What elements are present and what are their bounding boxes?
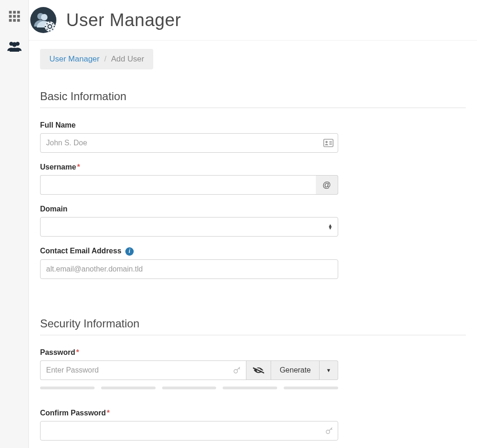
contact-email-input[interactable] — [40, 259, 338, 279]
svg-rect-6 — [9, 19, 12, 22]
svg-rect-8 — [17, 19, 20, 22]
svg-rect-2 — [17, 11, 20, 14]
password-input[interactable] — [40, 360, 246, 380]
section-security-title: Security Information — [40, 317, 466, 335]
strength-bar — [223, 387, 277, 389]
svg-line-22 — [52, 29, 53, 30]
generate-password-button[interactable]: Generate — [271, 360, 320, 380]
breadcrumb-current: Add User — [111, 54, 144, 64]
full-name-input[interactable] — [40, 133, 338, 153]
section-basic-title: Basic Information — [40, 90, 466, 108]
svg-point-15 — [45, 21, 55, 32]
svg-line-23 — [52, 23, 53, 24]
svg-rect-4 — [13, 15, 16, 18]
required-asterisk: * — [107, 409, 109, 417]
required-asterisk: * — [76, 348, 79, 356]
password-strength-meter — [40, 387, 338, 389]
required-asterisk: * — [77, 163, 80, 171]
username-label: Username* — [40, 163, 338, 171]
svg-rect-7 — [13, 19, 16, 22]
svg-point-11 — [12, 42, 16, 47]
username-at-addon: @ — [316, 175, 338, 195]
left-sidebar — [0, 0, 29, 448]
domain-label: Domain — [40, 205, 338, 213]
breadcrumb: User Manager / Add User — [40, 49, 153, 69]
strength-bar — [101, 387, 156, 389]
svg-rect-1 — [13, 11, 16, 14]
username-input[interactable] — [40, 175, 316, 195]
generate-options-dropdown-button[interactable]: ▼ — [320, 360, 338, 380]
svg-line-24 — [47, 29, 48, 30]
domain-select[interactable] — [40, 217, 338, 237]
svg-line-21 — [47, 23, 48, 24]
svg-rect-5 — [17, 15, 20, 18]
svg-point-14 — [41, 14, 48, 20]
breadcrumb-separator: / — [104, 54, 107, 64]
info-icon[interactable]: i — [125, 247, 134, 256]
svg-rect-3 — [9, 15, 12, 18]
svg-rect-0 — [9, 11, 12, 14]
page-header: User Manager — [29, 0, 477, 41]
eye-off-icon — [253, 366, 264, 375]
password-label: Password* — [40, 348, 466, 357]
users-icon[interactable] — [7, 38, 22, 54]
apps-grid-icon[interactable] — [7, 8, 22, 24]
full-name-label: Full Name — [40, 121, 338, 129]
confirm-password-label: Confirm Password* — [40, 409, 338, 417]
contact-email-label: Contact Email Address i — [40, 247, 338, 256]
user-manager-app-icon — [29, 6, 58, 34]
strength-bar — [162, 387, 217, 389]
toggle-password-visibility-button[interactable] — [246, 360, 271, 380]
caret-down-icon: ▼ — [326, 367, 331, 373]
page-title: User Manager — [66, 10, 181, 30]
strength-bar — [284, 387, 338, 389]
breadcrumb-root-link[interactable]: User Manager — [49, 54, 100, 64]
confirm-password-input[interactable] — [40, 421, 338, 441]
strength-bar — [40, 387, 95, 389]
